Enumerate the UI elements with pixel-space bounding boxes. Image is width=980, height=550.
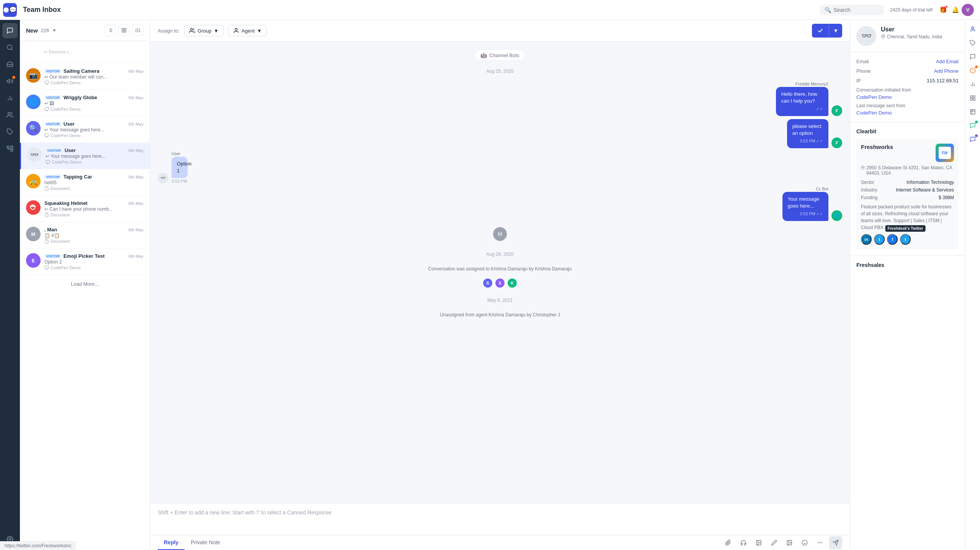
rr-icon-user[interactable]: [967, 23, 979, 35]
list-item-active[interactable]: 👓 VISITOR User 6th May ↩ Your message go…: [20, 143, 150, 169]
rail-icon-chat[interactable]: [2, 23, 18, 38]
emoji-button[interactable]: [799, 537, 811, 549]
search-input[interactable]: [833, 7, 879, 13]
list-item[interactable]: E VISITOR Emoji Picker Test 6th May Opti…: [20, 249, 150, 275]
msg-sender-name-user: User: [172, 151, 180, 156]
list-item[interactable]: 🚕 VISITOR Tapping Car 6th May hell05: [20, 169, 150, 196]
add-email-button[interactable]: Add Email: [936, 59, 959, 64]
rr-icon-table[interactable]: [967, 106, 979, 118]
company-description: Feature packed product suite for busines…: [861, 203, 954, 231]
svg-rect-10: [11, 146, 13, 148]
msg-avatar: F: [831, 138, 842, 148]
rr-icon-green[interactable]: [967, 119, 979, 132]
conv-name: Squeaking Helmet: [44, 200, 88, 206]
reply-actions: [722, 536, 842, 549]
agent-assign-button[interactable]: Agent ▼: [228, 25, 267, 36]
svg-rect-9: [7, 146, 9, 148]
facebook-button[interactable]: f: [887, 234, 898, 245]
tab-reply[interactable]: Reply: [158, 535, 185, 550]
message-row-bot: Cc Bot 🌐 Your message goes here... 3:53 …: [158, 187, 842, 221]
svg-rect-11: [11, 149, 13, 151]
image-upload-button[interactable]: [783, 537, 795, 549]
social-links: in t f t Freshdesk's Twitter: [861, 234, 954, 245]
conv-source: CodePen Demo: [44, 107, 144, 111]
svg-point-57: [822, 542, 822, 543]
rr-icon-grid[interactable]: [967, 92, 979, 104]
rail-icon-search[interactable]: [2, 40, 18, 55]
load-more-button[interactable]: Load More...: [20, 275, 150, 293]
audio-button[interactable]: [737, 537, 750, 549]
rail-icon-labels[interactable]: [2, 124, 18, 139]
sector-row: Sector Information Technology: [861, 180, 954, 185]
tab-private-note[interactable]: Private Note: [185, 535, 226, 550]
svg-rect-22: [122, 31, 124, 32]
rr-icon-blue-chat[interactable]: 2: [967, 133, 979, 146]
msg-bubble-hello: Hello there, how can I help you? ✓✓: [776, 87, 828, 116]
list-item[interactable]: ⛑ Squeaking Helmet 6th May ↩ Can I have …: [20, 196, 150, 222]
date-divider: Aug 25, 2020: [158, 69, 842, 74]
svg-point-50: [758, 542, 758, 542]
msg-sender-name-bot: Cc Bot: [816, 187, 828, 191]
list-item[interactable]: 🔍 VISITOR User 6th May ↩ Your message go…: [20, 116, 150, 143]
ip-value: 115.112.69.51: [927, 78, 959, 83]
linkedin-button[interactable]: in: [861, 234, 872, 245]
attachment-button[interactable]: [722, 537, 734, 549]
more-actions-button[interactable]: [814, 537, 826, 549]
list-item[interactable]: 🌐 VISITOR Wriggly Globe 6th May ↩ 🖼: [20, 90, 150, 116]
group-assign-button[interactable]: Group ▼: [184, 25, 224, 36]
twitter-button[interactable]: t Freshdesk's Twitter: [900, 234, 911, 245]
conv-preview: ↩ 🖼: [44, 101, 144, 106]
notifications-button[interactable]: 🔔: [949, 4, 962, 16]
resolve-dropdown-arrow[interactable]: ▼: [829, 25, 842, 37]
reply-input[interactable]: [150, 503, 850, 534]
conv-name: Wriggly Globe: [64, 95, 97, 100]
add-phone-button[interactable]: Add Phone: [934, 68, 959, 74]
clearbit-title: Clearbit: [856, 128, 959, 134]
chat-messages-container: 🤖 Channel Bots Aug 25, 2020 Freddie Merc…: [150, 42, 850, 503]
right-icon-rail: 2: [965, 20, 980, 550]
image-button[interactable]: [753, 537, 765, 549]
rail-icon-reports[interactable]: [2, 90, 18, 106]
contact-info-section: Email Add Email Phone Add Phone IP 115.1…: [850, 52, 965, 122]
conv-source: CodePen Demo: [46, 160, 144, 164]
resolve-button[interactable]: ▼: [812, 24, 842, 38]
gift-icon-button[interactable]: 🎁: [937, 4, 949, 16]
send-button[interactable]: [829, 536, 842, 549]
rail-icon-contacts[interactable]: [2, 107, 18, 123]
svg-rect-19: [122, 28, 124, 30]
list-item[interactable]: M . Man 6th May 📋 #📋 Document: [20, 222, 150, 249]
conv-name: Emoji Picker Test: [64, 253, 105, 259]
sort-button[interactable]: [105, 25, 116, 36]
list-item[interactable]: ↩ Reverse r...: [20, 41, 150, 64]
list-item[interactable]: 📷 VISITOR Sailing Camera 6th May ↩ Our t…: [20, 64, 150, 90]
user-avatar-button[interactable]: V: [962, 4, 974, 16]
company-name: Freshworks: [861, 144, 893, 150]
conv-from-link[interactable]: CodePen Demo: [856, 94, 959, 100]
rr-icon-tag[interactable]: [967, 37, 979, 49]
last-msg-link[interactable]: CodePen Demo: [856, 110, 959, 116]
reply-tabs: Reply Private Note: [150, 535, 850, 550]
conv-name: User: [64, 121, 75, 127]
rr-icon-orange[interactable]: [967, 64, 979, 77]
rr-icon-conversation[interactable]: [967, 51, 979, 63]
conv-preview: ↩ Your message goes here...: [46, 154, 144, 159]
conv-time: 6th May: [129, 201, 144, 206]
rr-icon-chart[interactable]: [967, 78, 979, 90]
signature-button[interactable]: [768, 537, 780, 549]
more-options-button[interactable]: [132, 25, 144, 36]
filter-view-button[interactable]: [118, 25, 130, 36]
svg-point-12: [9, 539, 11, 540]
twitter-alt-button[interactable]: t: [874, 234, 885, 245]
new-count-chevron[interactable]: ▼: [52, 28, 57, 33]
rail-icon-inbox[interactable]: [2, 57, 18, 72]
app-logo[interactable]: 💬: [3, 3, 17, 17]
green-badge: [975, 121, 978, 123]
trial-text: 2425 days of trial left: [890, 7, 933, 13]
svg-point-61: [883, 36, 884, 37]
svg-point-52: [788, 542, 789, 542]
msg-avatar-bot: 🌐: [831, 210, 842, 221]
conv-preview: ↩ Can I have your phone numb...: [44, 206, 144, 212]
rail-icon-campaigns[interactable]: [2, 74, 18, 89]
rail-icon-integrations[interactable]: [2, 141, 18, 156]
date-divider3: May 6, 2021: [158, 298, 842, 303]
